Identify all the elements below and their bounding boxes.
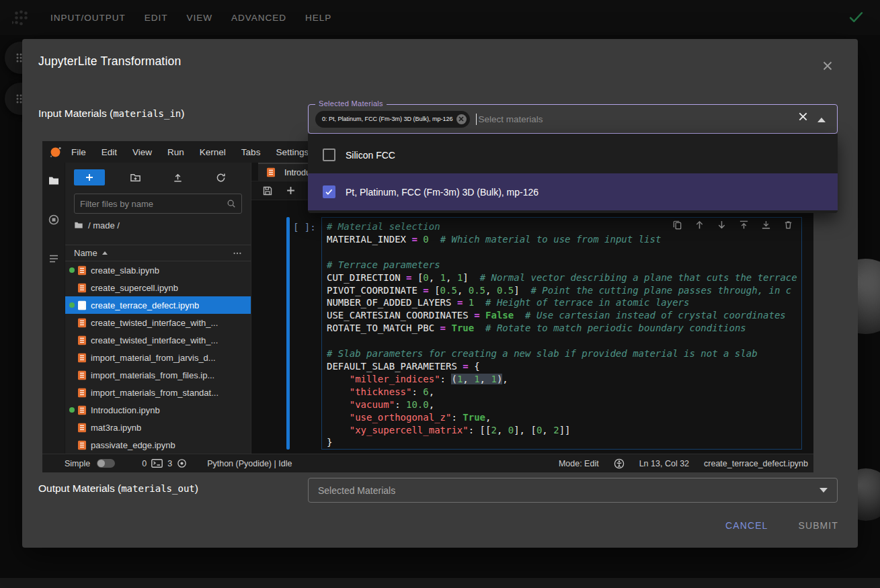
jupyter-menubar-items: FileEditViewRunKernelTabsSettings [71,147,309,157]
file-row[interactable]: Introduction.ipynb [65,401,251,419]
option-label: Pt, Platinum, FCC (Fm-3m) 3D (Bulk), mp-… [346,187,538,198]
file-row[interactable]: import_materials_from_standat... [65,384,251,401]
chip-delete-icon[interactable] [456,114,467,124]
code-line: "xy_supercell_matrix": [[2, 0], [0, 2]] [327,424,801,437]
notebook-content: [ ]: # Material selectionMATERIAL_INDEX … [251,201,813,454]
search-icon [227,199,236,208]
notebook-file-icon [77,265,87,276]
checkbox-unchecked-icon[interactable] [323,149,335,161]
output-materials-select[interactable]: Selected Materials [308,478,838,503]
code-line: ROTATE_TO_MATCH_PBC = True # Rotate to m… [327,322,801,335]
accessibility-icon[interactable] [614,458,625,469]
more-options-icon[interactable] [233,249,242,258]
simple-mode-label: Simple [65,459,90,468]
code-cell-editor[interactable]: # Material selectionMATERIAL_INDEX = 0 #… [321,217,802,450]
new-folder-icon[interactable] [130,172,141,183]
modified-dot [69,337,75,343]
file-filter[interactable] [74,194,242,214]
select-placeholder: Select materials [479,114,543,124]
move-down-icon[interactable] [717,220,727,230]
code-line: "miller_indices": (1, 1, 1), [327,373,801,386]
file-row[interactable]: create_terrace_defect.ipynb [65,296,251,314]
file-row[interactable]: import_material_from_jarvis_d... [65,349,251,366]
material-option[interactable]: Silicon FCC [308,136,838,173]
breadcrumb[interactable]: / made / [65,214,251,237]
table-of-contents-icon[interactable] [48,253,60,265]
editor-mode[interactable]: Mode: Edit [559,459,599,468]
collapse-arrow-icon[interactable] [817,118,826,122]
material-chip[interactable]: 0: Pt, Platinum, FCC (Fm-3m) 3D (Bulk), … [315,111,470,128]
notebook-file-icon [77,388,87,398]
jupyter-menu-item[interactable]: Kernel [200,147,226,157]
delete-icon[interactable] [783,220,793,230]
jupyter-menu-item[interactable]: Tabs [241,147,261,157]
file-browser-toolbar [65,163,251,192]
code-line [327,335,801,347]
modified-dot [69,372,75,378]
checkbox-checked-icon[interactable] [323,185,335,198]
notebook-file-icon [77,300,87,310]
dialog-title: JupyterLite Transformation [38,54,181,69]
file-row[interactable]: passivate_edge.ipynb [65,436,251,454]
file-row[interactable]: create_twisted_interface_with_... [65,331,251,349]
save-icon[interactable] [262,185,273,196]
file-filter-input[interactable] [80,199,227,209]
refresh-icon[interactable] [215,172,227,183]
submit-button[interactable]: SUBMIT [799,520,839,531]
add-cell-icon[interactable] [286,186,295,195]
file-name: passivate_edge.ipynb [91,440,175,450]
notebook-file-icon [77,405,87,415]
code-line: "use_orthogonal_z": True, [327,411,801,424]
code-line: } [327,436,801,449]
file-list-header[interactable]: Name [65,245,251,261]
notebook-file-icon [77,283,87,293]
cancel-button[interactable]: CANCEL [725,520,768,531]
jupyter-menu-item[interactable]: View [132,147,152,157]
file-row[interactable]: mat3ra.ipynb [65,419,251,436]
file-row[interactable]: import_materials_from_files.ip... [65,366,251,384]
jupyter-menu-item[interactable]: Edit [102,147,117,157]
code-editor-lines: # Material selectionMATERIAL_INDEX = 0 #… [327,220,801,449]
code-line: MATERIAL_INDEX = 0 # Which material to u… [327,233,801,246]
jupyter-menu-item[interactable]: Run [167,147,184,157]
breadcrumb-path[interactable]: / made / [88,220,120,230]
file-list: create_slab.ipynbcreate_supercell.ipynbc… [65,261,251,454]
terminals-count: 0 [142,459,147,468]
running-sessions-icon[interactable] [48,214,60,226]
kernel-session-counts[interactable]: 0 3 [142,458,187,468]
file-row[interactable]: create_twisted_interface_with_... [65,314,251,331]
selected-materials-select[interactable]: Selected Materials 0: Pt, Platinum, FCC … [308,104,838,134]
option-label: Silicon FCC [346,150,395,161]
clear-selection-icon[interactable] [797,111,809,125]
file-name: import_materials_from_files.ip... [91,370,214,380]
insert-above-icon[interactable] [739,220,749,230]
file-name: create_terrace_defect.ipynb [91,300,199,310]
terminal-icon [151,459,163,468]
file-browser-icon[interactable] [48,175,60,187]
kernel-status[interactable]: Python (Pyodide) | Idle [207,459,292,468]
input-label-code: materials_in [113,108,181,119]
materials-options: Silicon FCCPt, Platinum, FCC (Fm-3m) 3D … [308,134,838,213]
active-cell-collapser[interactable] [286,217,290,450]
copy-icon[interactable] [672,220,682,230]
sort-ascending-icon [102,251,108,255]
simple-mode-toggle[interactable] [97,459,115,468]
cursor-position[interactable]: Ln 13, Col 32 [639,459,689,468]
file-name: Introduction.ipynb [91,405,160,415]
upload-icon[interactable] [172,172,184,183]
modified-dot [69,302,75,308]
material-option[interactable]: Pt, Platinum, FCC (Fm-3m) 3D (Bulk), mp-… [308,173,838,210]
new-launcher-button[interactable] [74,169,105,185]
file-row[interactable]: create_supercell.ipynb [65,279,251,296]
code-line: # Terrace parameters [327,259,801,271]
jupyter-activity-bar [42,163,65,454]
file-name: mat3ra.ipynb [91,423,141,433]
move-up-icon[interactable] [694,220,705,230]
jupyter-menu-item[interactable]: File [71,147,86,157]
insert-below-icon[interactable] [761,220,771,230]
close-icon[interactable] [819,57,836,75]
name-column-header[interactable]: Name [74,248,97,258]
file-row[interactable]: create_slab.ipynb [65,261,251,279]
code-line: USE_CARTESIAN_COORDINATES = False # Use … [327,309,801,322]
jupyter-menu-item[interactable]: Settings [276,147,309,157]
